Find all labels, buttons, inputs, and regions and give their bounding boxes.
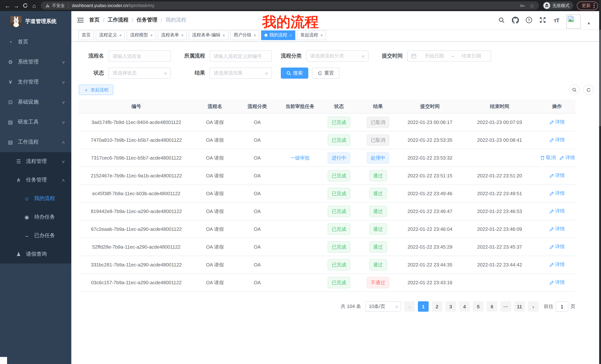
sidebar-item-home[interactable]: ◔首页 <box>0 32 71 52</box>
github-icon[interactable] <box>511 16 519 24</box>
sidebar-item-payment[interactable]: ¥支付管理∨ <box>0 72 71 92</box>
prev-page-button[interactable]: ‹ <box>404 301 415 312</box>
detail-action-link[interactable]: 详情 <box>549 137 565 144</box>
edit-icon <box>549 138 554 143</box>
page-button-2[interactable]: 2 <box>432 301 442 312</box>
breadcrumb-task-mgmt[interactable]: 任务管理 <box>137 17 158 23</box>
sidebar-item-my-process[interactable]: ☺我的流程 <box>0 189 71 208</box>
cell-status: 已完成 <box>321 188 357 199</box>
omnibox-separator <box>68 3 68 8</box>
detail-action-link[interactable]: 详情 <box>549 244 565 250</box>
sidebar-item-done-tasks[interactable]: ⌣已办任务 <box>0 226 71 245</box>
detail-action-link[interactable]: 详情 <box>549 190 565 197</box>
next-page-button[interactable]: › <box>528 301 539 312</box>
tab-我的流程[interactable]: 我的流程× <box>261 30 295 40</box>
cancel-action-link[interactable]: 取消 <box>540 154 556 161</box>
page-button-6[interactable]: 6 <box>487 301 497 312</box>
page-button-5[interactable]: 5 <box>473 301 484 312</box>
status-select[interactable]: 请选择状态 ∨ <box>109 67 171 79</box>
tab-流程模型[interactable]: 流程模型× <box>127 30 156 40</box>
sidebar-collapse-icon[interactable] <box>77 16 84 24</box>
browser-menu-kebab-icon[interactable] <box>594 3 595 8</box>
sidebar-item-infrastructure[interactable]: ⊡基础设施∨ <box>0 92 71 112</box>
result-select[interactable]: 请选择流结果 ∨ <box>210 67 272 79</box>
page-ellipsis[interactable]: ··· <box>500 301 511 312</box>
browser-update-button[interactable]: 更新 <box>577 1 598 10</box>
sidebar-item-system[interactable]: ⚙系统管理∨ <box>0 52 71 72</box>
browser-reload-button[interactable] <box>21 1 30 10</box>
page-button-3[interactable]: 3 <box>445 301 456 312</box>
category-select[interactable]: 请选择流程分类 ∨ <box>306 50 369 62</box>
tab-流程表单[interactable]: 流程表单× <box>158 30 187 40</box>
security-label[interactable]: 不安全 <box>52 3 65 8</box>
tab-用户分组[interactable]: 用户分组× <box>230 30 260 40</box>
page-size-select[interactable]: 10条/页 ∨ <box>366 301 401 312</box>
tab-流程定义[interactable]: 流程定义× <box>96 30 125 40</box>
process-def-input[interactable] <box>210 50 272 62</box>
sidebar-item-workflow[interactable]: ▤工作流程∧ <box>0 132 71 152</box>
sidebar-item-label: 研发工具 <box>18 119 62 125</box>
cell-process-name: OA 请假 <box>194 154 236 161</box>
address-bar[interactable]: 不安全 dashboard.yudao.iocoder.cn/bpm/task/… <box>41 1 539 10</box>
detail-action-link[interactable]: 详情 <box>549 172 565 179</box>
submit-time-range-picker[interactable]: 开始日期 - 结束日期 <box>407 50 491 62</box>
process-name-input[interactable] <box>109 50 171 62</box>
tab-发起流程[interactable]: 发起流程× <box>297 30 326 40</box>
help-icon[interactable]: ? <box>525 16 533 24</box>
header-search-icon[interactable] <box>498 16 505 24</box>
url-text[interactable]: dashboard.yudao.iocoder.cn/bpm/task/my <box>72 3 154 8</box>
show-search-toggle-button[interactable] <box>569 85 580 95</box>
page-button-1[interactable]: 1 <box>418 301 429 312</box>
reset-button[interactable]: 重置 <box>312 67 340 79</box>
breadcrumb-workflow[interactable]: 工作流程 <box>108 17 129 23</box>
start-date-placeholder[interactable]: 开始日期 <box>419 53 450 59</box>
sidebar-item-leave-query[interactable]: ♟请假查询 <box>0 245 71 263</box>
page-scrollbar-thumb[interactable] <box>599 30 601 126</box>
process-def-input-field[interactable] <box>214 53 268 59</box>
close-icon[interactable]: × <box>223 33 225 37</box>
close-icon[interactable]: × <box>150 33 153 37</box>
close-icon[interactable]: × <box>119 33 122 37</box>
sidebar-item-task-mgmt[interactable]: ⋔任务管理∧ <box>0 171 71 189</box>
cell-end-time: 2022-01-22 23:46:09 <box>461 226 539 232</box>
detail-action-link[interactable]: 详情 <box>549 279 565 286</box>
tab-流程表单-编辑[interactable]: 流程表单-编辑× <box>189 30 229 40</box>
close-icon[interactable]: × <box>181 33 184 37</box>
detail-action-link[interactable]: 详情 <box>549 261 565 268</box>
refresh-table-button[interactable] <box>583 85 594 95</box>
bookmark-star-icon[interactable]: ☆ <box>530 3 534 8</box>
sidebar-item-process-mgmt[interactable]: ☰流程管理∨ <box>0 152 71 171</box>
user-avatar[interactable] <box>566 14 581 29</box>
page-button-4[interactable]: 4 <box>459 301 470 312</box>
avatar-caret-down-icon[interactable]: ▼ <box>587 21 591 25</box>
current-task-link[interactable]: 一级审批 <box>290 154 310 161</box>
tab-首页[interactable]: 首页 <box>78 30 94 40</box>
process-name-input-field[interactable] <box>112 53 167 59</box>
close-icon[interactable]: × <box>254 33 256 37</box>
page-button-11[interactable]: 11 <box>514 301 525 312</box>
detail-action-link[interactable]: 详情 <box>549 226 565 232</box>
jump-prefix: 前往 <box>544 303 553 310</box>
font-size-icon[interactable]: ᴛT <box>553 16 560 24</box>
create-process-button[interactable]: ＋ 发起流程 <box>79 85 113 95</box>
detail-action-link[interactable]: 详情 <box>549 208 565 215</box>
cell-process-id: 03c6c157-7b9a-11ec-a290-acde48001122 <box>79 280 194 285</box>
detail-action-link[interactable]: 详情 <box>549 119 565 126</box>
search-button[interactable]: 搜索 <box>281 67 308 79</box>
cell-status: 已完成 <box>321 277 357 288</box>
key-icon[interactable] <box>520 3 525 8</box>
close-icon[interactable]: × <box>320 33 323 37</box>
sidebar-logo[interactable]: 芋道管理系统 <box>0 11 71 32</box>
cell-submit-time: 2022-01-22 23:53:32 <box>399 155 461 161</box>
sidebar-item-dev-tools[interactable]: ▤研发工具∨ <box>0 112 71 132</box>
jump-page-input[interactable] <box>556 301 568 312</box>
detail-action-link[interactable]: 详情 <box>559 154 575 161</box>
end-date-placeholder[interactable]: 结束日期 <box>456 53 487 59</box>
sidebar-item-todo-tasks[interactable]: ◉待办任务 <box>0 208 71 226</box>
fullscreen-icon[interactable] <box>539 16 546 24</box>
browser-home-button[interactable]: ⌂ <box>30 1 39 10</box>
breadcrumb-home[interactable]: 首页 <box>89 17 100 23</box>
browser-forward-button[interactable]: → <box>12 1 21 10</box>
close-icon[interactable]: × <box>289 33 292 37</box>
browser-back-button[interactable]: ← <box>3 1 12 10</box>
